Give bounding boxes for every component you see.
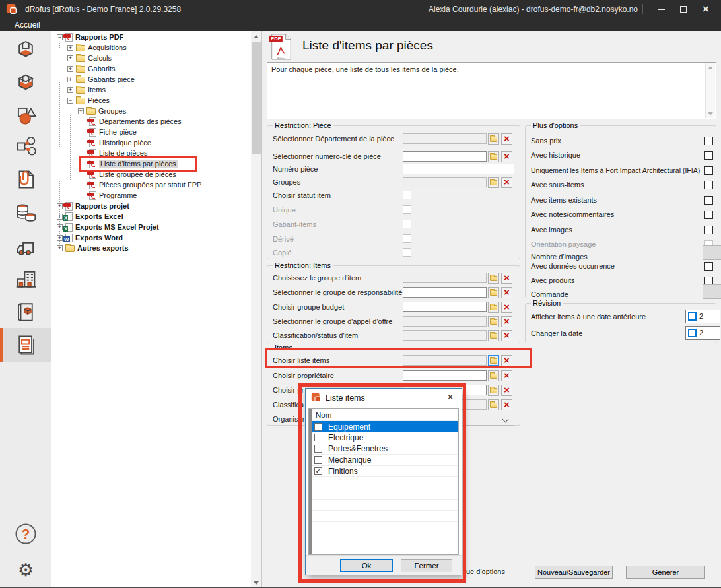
items-icon[interactable] [13,69,39,96]
nombre-images-field[interactable] [703,245,721,260]
numero-piece-field[interactable] [403,164,514,174]
clear-button-x-icon[interactable]: × [501,177,512,188]
groupe-item-field[interactable] [403,273,487,283]
description-scrollbar[interactable] [705,63,715,118]
logistics-icon[interactable] [13,234,39,261]
list-item-equipement[interactable]: Equipement [309,421,458,432]
folder-picker-button-focused[interactable] [488,355,499,366]
date-checkbox[interactable] [688,329,697,337]
list-item-electrique[interactable]: Electrique [309,432,458,443]
clear-button-x-icon[interactable]: × [501,133,512,145]
departement-field[interactable] [403,133,487,144]
groupe-budget-field[interactable] [403,302,487,312]
folder-picker-button[interactable] [488,302,499,313]
folder-picker-button[interactable] [488,177,499,188]
avec-items-existants-checkbox[interactable] [704,196,713,205]
rooms-icon[interactable] [13,36,39,63]
fermer-button[interactable]: Fermer [401,559,452,572]
tree-item-departements[interactable]: Départements des pièces [52,116,182,127]
sans-prix-checkbox[interactable] [704,137,713,145]
avec-historique-checkbox[interactable] [704,151,713,160]
folder-picker-button[interactable] [488,133,499,145]
tree-item-liste-groupee[interactable]: Liste groupée de pièces [52,169,176,180]
tree-item-liste-items-par-pieces[interactable]: Liste d'items par pièces [52,158,178,169]
help-icon[interactable]: ? [13,521,39,547]
expand-icon[interactable] [78,108,84,114]
avec-donnees-occurrence-checkbox[interactable] [704,262,713,271]
expand-icon[interactable] [57,235,63,241]
report-description-box[interactable]: Pour chaque pièce, une liste de tous les… [267,62,716,119]
clear-button-x-icon[interactable]: × [501,355,512,366]
classification-status-field[interactable] [403,330,487,341]
folder-picker-button[interactable] [488,273,499,284]
scroll-up-button[interactable] [251,31,261,42]
expand-icon[interactable] [67,45,73,51]
commande-field[interactable] [703,284,721,299]
folder-picker-button[interactable] [488,385,499,396]
settings-gear-icon[interactable]: ⚙ [13,557,39,583]
expand-sidebar-icon[interactable] [13,584,39,588]
expand-icon[interactable] [67,66,73,72]
clear-button-x-icon[interactable]: × [501,302,512,313]
expand-icon[interactable] [67,77,73,82]
buildings-icon[interactable] [13,266,39,292]
tree-item-gabarits-piece[interactable]: Gabarits pièce [52,74,135,84]
generer-button[interactable]: Générer [626,566,705,579]
tree-item-historique[interactable]: Historique pièce [52,137,151,148]
maximize-button[interactable] [675,3,692,16]
catalog-icon[interactable] [13,299,39,325]
tree-item-exports-word[interactable]: Exports Word [52,232,123,243]
clear-button-x-icon[interactable]: × [501,273,512,284]
tree-item-liste-de-pieces[interactable]: Liste de pièces [52,148,147,158]
folder-picker-button[interactable] [488,316,499,327]
products-icon[interactable] [13,102,39,129]
minimize-button[interactable] [652,3,670,16]
tree-item-autres-exports[interactable]: Autres exports [52,243,129,253]
choisir-statut-item-checkbox[interactable] [403,191,411,199]
dialog-close-x-icon[interactable]: × [442,390,459,405]
folder-picker-button[interactable] [488,399,499,410]
clear-button-x-icon[interactable]: × [501,151,512,162]
date-checkbox[interactable] [688,312,697,321]
tree-item-acquisitions[interactable]: Acquisitions [52,42,127,53]
close-button[interactable]: × [697,3,714,16]
menu-accueil[interactable]: Accueil [12,20,43,30]
clear-button-x-icon[interactable]: × [501,316,512,327]
collapse-icon[interactable] [57,34,63,40]
folder-picker-button[interactable] [488,287,499,298]
clear-button-x-icon[interactable]: × [501,370,512,381]
scroll-thumb[interactable] [252,42,261,154]
expand-icon[interactable] [57,203,63,209]
reports-icon[interactable] [13,332,39,358]
folder-picker-button[interactable] [488,151,499,162]
date-anterieure-field[interactable]: 2 [685,310,720,323]
attachments-icon[interactable] [13,166,39,193]
groupe-responsabilite-field[interactable] [403,287,487,298]
proprietaire-field[interactable] [403,370,487,381]
scroll-down-button[interactable] [251,577,261,588]
tree-item-pieces-groupees-fpp[interactable]: Pièces groupées par statut FPP [52,180,201,190]
nouveau-sauvegarder-button[interactable]: Nouveau/Sauvegarder [535,566,613,579]
ok-button[interactable]: Ok [340,559,393,572]
avec-images-checkbox[interactable] [704,226,713,234]
avec-sous-items-checkbox[interactable] [704,181,713,189]
changer-date-field[interactable]: 2 [685,326,720,340]
numero-cle-field[interactable] [403,151,487,162]
collapse-icon[interactable] [67,98,73,104]
liste-items-field[interactable] [403,355,487,366]
expand-icon[interactable] [67,87,73,93]
tree-item-exports-ms-excel[interactable]: Exports MS Excel Projet [52,222,159,232]
expand-icon[interactable] [67,55,73,61]
tree-item-programme[interactable]: Programme [52,190,137,201]
clear-button-x-icon[interactable]: × [501,287,512,298]
item-checkbox-checked[interactable] [314,467,322,475]
avec-notes-checkbox[interactable] [704,211,713,219]
finance-icon[interactable] [13,200,39,226]
tree-item-fiche-piece[interactable]: Fiche-pièce [52,127,137,137]
list-item-finitions[interactable]: Finitions [309,466,458,477]
folder-picker-button[interactable] [488,370,499,381]
tree-item-items[interactable]: Items [52,84,106,95]
list-item-portes-fenetres[interactable]: Portes&Fenetres [309,443,458,455]
item-checkbox[interactable] [314,445,322,453]
groupe-appel-offre-field[interactable] [403,316,487,327]
